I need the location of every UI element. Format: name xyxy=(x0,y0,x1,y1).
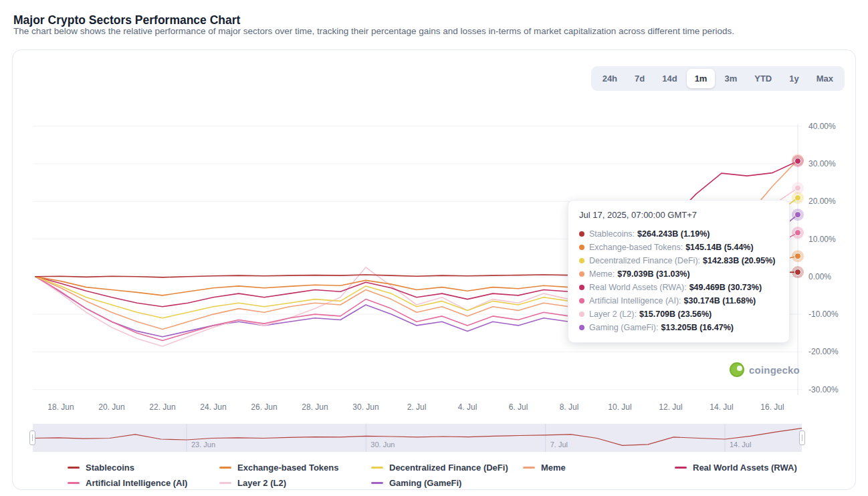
y-axis-label: 0.00% xyxy=(808,271,851,282)
y-axis-label: -10.00% xyxy=(808,309,851,320)
legend-item-real-world-assets-rwa[interactable]: Real World Assets (RWA) xyxy=(675,462,827,473)
legend-color-swatch xyxy=(371,482,383,484)
legend-label: Meme xyxy=(541,463,566,473)
legend-item-artificial-intelligence-ai[interactable]: Artificial Intelligence (AI) xyxy=(68,477,219,489)
time-range-3m[interactable]: 3m xyxy=(716,69,745,88)
legend-item-gaming-gamefi[interactable]: Gaming (GameFi) xyxy=(371,477,523,489)
series-end-dot-gaming-gamefi xyxy=(795,212,801,218)
series-line-layer-2-l2 xyxy=(35,188,798,346)
time-range-1m[interactable]: 1m xyxy=(687,69,716,88)
legend-color-swatch xyxy=(219,467,231,469)
navigator-date-label: 30. Jun xyxy=(370,441,395,449)
legend-color-swatch xyxy=(371,467,383,469)
navigator-date-label: 23. Jun xyxy=(191,441,215,449)
series-line-decentralized-finance-defi xyxy=(35,198,798,318)
navigator-line xyxy=(33,428,802,446)
x-axis-label: 12. Jul xyxy=(647,402,694,412)
legend-label: Exchange-based Tokens xyxy=(237,463,338,473)
series-end-dot-artificial-intelligence-ai xyxy=(795,230,801,236)
x-axis-label: 26. Jun xyxy=(241,402,288,412)
navigator-plot[interactable] xyxy=(33,424,802,452)
series-end-dot-stablecoins xyxy=(795,269,801,275)
y-axis-label: 40.00% xyxy=(808,121,851,132)
coingecko-logo-icon xyxy=(730,362,744,377)
x-axis-label: 22. Jun xyxy=(139,402,186,412)
x-axis-label: 20. Jun xyxy=(88,402,135,412)
series-line-artificial-intelligence-ai xyxy=(35,233,798,340)
x-axis-label: 30. Jun xyxy=(342,402,389,412)
x-axis-label: 4. Jul xyxy=(444,402,491,412)
series-line-real-world-assets-rwa xyxy=(35,161,798,307)
x-axis-label: 2. Jul xyxy=(393,402,440,412)
time-range-ytd[interactable]: YTD xyxy=(746,69,780,88)
chart-area[interactable]: 40.00%30.00%20.00%10.00%0.00%-10.00%-20.… xyxy=(33,124,802,395)
legend-item-stablecoins[interactable]: Stablecoins xyxy=(68,462,219,473)
legend-label: Artificial Intelligence (AI) xyxy=(86,478,187,488)
navigator-handle-left[interactable] xyxy=(29,430,35,445)
legend-item-meme[interactable]: Meme xyxy=(523,462,675,473)
legend-item-layer-2-l2[interactable]: Layer 2 (L2) xyxy=(219,477,371,489)
legend-label: Decentralized Finance (DeFi) xyxy=(389,463,508,473)
x-axis-label: 16. Jul xyxy=(749,402,796,412)
legend-label: Stablecoins xyxy=(86,463,134,473)
series-line-meme xyxy=(35,160,798,329)
x-axis-label: 18. Jun xyxy=(37,402,84,412)
y-axis-label: 20.00% xyxy=(808,196,851,207)
x-axis-label: 14. Jul xyxy=(698,402,745,412)
y-axis-label: -30.00% xyxy=(808,384,851,395)
chart-card: 24h7d14d1m3mYTD1yMax 40.00%30.00%20.00%1… xyxy=(12,49,856,490)
page-subtitle: The chart below shows the relative perfo… xyxy=(13,26,734,36)
legend-color-swatch xyxy=(68,467,80,469)
x-axis-label: 28. Jun xyxy=(292,402,338,412)
x-axis-label: 10. Jul xyxy=(596,402,643,412)
legend-color-swatch xyxy=(68,482,80,484)
y-axis-label: -20.00% xyxy=(808,346,851,357)
coingecko-wordmark: coingecko xyxy=(749,364,800,376)
performance-plot[interactable] xyxy=(33,124,802,395)
series-end-dot-exchange-based-tokens xyxy=(795,253,801,259)
navigator-date-label: 7. Jul xyxy=(550,441,568,449)
legend-item-decentralized-finance-defi[interactable]: Decentralized Finance (DeFi) xyxy=(371,462,523,473)
time-range-max[interactable]: Max xyxy=(808,69,841,88)
legend-item-exchange-based-tokens[interactable]: Exchange-based Tokens xyxy=(219,462,371,473)
time-range-1y[interactable]: 1y xyxy=(781,69,806,88)
legend: StablecoinsExchange-based TokensDecentra… xyxy=(68,462,843,489)
navigator-handle-right[interactable] xyxy=(799,430,805,445)
navigator[interactable]: 23. Jun30. Jun7. Jul14. Jul xyxy=(33,424,802,452)
y-axis-label: 10.00% xyxy=(808,234,851,245)
legend-label: Real World Assets (RWA) xyxy=(693,463,797,473)
time-range-selector: 24h7d14d1m3mYTD1yMax xyxy=(591,66,845,91)
series-end-dot-real-world-assets-rwa xyxy=(795,158,801,164)
time-range-7d[interactable]: 7d xyxy=(627,69,653,88)
series-end-dot-layer-2-l2 xyxy=(795,185,801,191)
x-axis-label: 6. Jul xyxy=(495,402,542,412)
legend-label: Layer 2 (L2) xyxy=(237,478,286,488)
legend-color-swatch xyxy=(523,467,535,469)
series-end-dot-decentralized-finance-defi xyxy=(795,195,801,201)
page-title: Major Crypto Sectors Performance Chart xyxy=(13,13,240,27)
legend-label: Gaming (GameFi) xyxy=(389,478,461,488)
navigator-date-label: 14. Jul xyxy=(730,441,751,449)
y-axis-label: 30.00% xyxy=(808,158,851,169)
x-axis-label: 24. Jun xyxy=(190,402,237,412)
legend-color-swatch xyxy=(219,482,231,484)
x-axis-labels: 18. Jun20. Jun22. Jun24. Jun26. Jun28. J… xyxy=(33,402,802,413)
legend-color-swatch xyxy=(675,467,687,469)
coingecko-attribution[interactable]: coingecko xyxy=(730,362,800,377)
time-range-14d[interactable]: 14d xyxy=(654,69,685,88)
time-range-24h[interactable]: 24h xyxy=(594,69,625,88)
x-axis-label: 8. Jul xyxy=(546,402,592,412)
